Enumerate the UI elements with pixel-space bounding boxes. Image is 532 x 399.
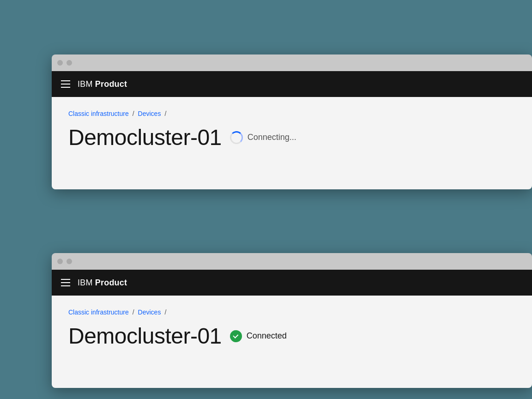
titlebar-dot-2	[66, 60, 72, 66]
status-indicator-bottom: Connected	[230, 330, 287, 342]
status-text-bottom: Connected	[247, 331, 287, 341]
status-text-top: Connecting...	[248, 133, 296, 142]
content-top: Classic infrastructure / Devices / Democ…	[52, 97, 532, 189]
titlebar-dot-3	[57, 259, 63, 264]
breadcrumb-classic-infra-top[interactable]: Classic infrastructure	[68, 110, 129, 117]
header-top: IBM Product	[52, 71, 532, 97]
brand-suffix-bottom: Product	[95, 278, 127, 287]
page-title-top: Democluster-01	[68, 125, 222, 150]
brand-top: IBM Product	[78, 79, 127, 89]
brand-prefix-top: IBM	[78, 79, 93, 89]
breadcrumb-devices-top[interactable]: Devices	[138, 110, 161, 117]
breadcrumb-classic-infra-bottom[interactable]: Classic infrastructure	[68, 308, 129, 316]
connecting-spinner-icon	[230, 131, 243, 144]
page-title-row-bottom: Democluster-01 Connected	[68, 323, 515, 349]
page-title-bottom: Democluster-01	[68, 323, 222, 349]
breadcrumb-sep2-top: /	[164, 110, 166, 117]
content-bottom: Classic infrastructure / Devices / Democ…	[52, 296, 532, 388]
breadcrumb-top: Classic infrastructure / Devices /	[68, 110, 515, 117]
status-indicator-top: Connecting...	[230, 131, 296, 144]
breadcrumb-sep2-bottom: /	[164, 308, 166, 316]
page-title-row-top: Democluster-01 Connecting...	[68, 125, 515, 150]
window-top: IBM Product Classic infrastructure / Dev…	[52, 54, 532, 189]
titlebar-top	[52, 54, 532, 71]
brand-bottom: IBM Product	[78, 278, 127, 288]
breadcrumb-sep1-bottom: /	[133, 308, 134, 316]
hamburger-menu-icon[interactable]	[61, 80, 70, 88]
titlebar-dot-1	[57, 60, 63, 66]
breadcrumb-devices-bottom[interactable]: Devices	[138, 308, 161, 316]
connected-check-icon	[230, 330, 242, 342]
hamburger-menu-icon-bottom[interactable]	[61, 279, 70, 286]
breadcrumb-bottom: Classic infrastructure / Devices /	[68, 308, 515, 316]
titlebar-bottom	[52, 253, 532, 270]
brand-suffix-top: Product	[95, 79, 127, 89]
brand-prefix-bottom: IBM	[78, 278, 93, 287]
breadcrumb-sep1-top: /	[133, 110, 134, 117]
titlebar-dot-4	[66, 259, 72, 264]
window-bottom: IBM Product Classic infrastructure / Dev…	[52, 253, 532, 388]
header-bottom: IBM Product	[52, 270, 532, 296]
